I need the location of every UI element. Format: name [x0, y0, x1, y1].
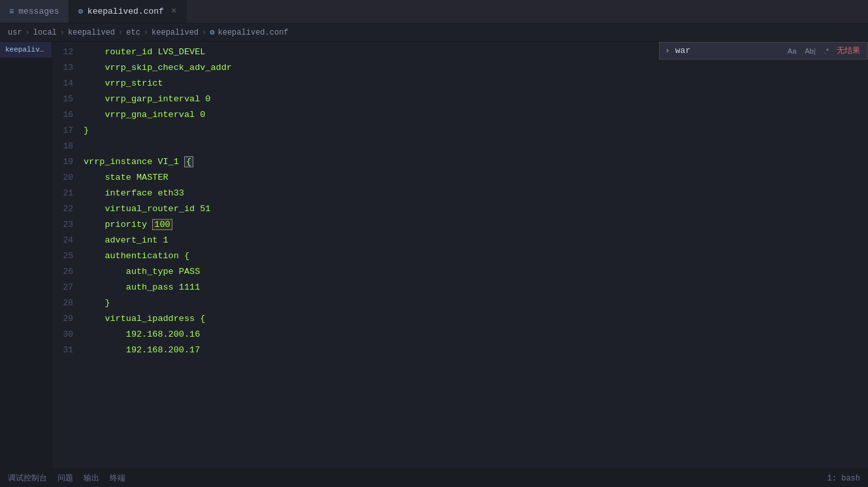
- match-whole-word-button[interactable]: Ab|: [802, 46, 818, 56]
- bottom-problems[interactable]: 问题: [57, 473, 73, 484]
- editor: › Aa Ab| .* 无结果 12 router_id LVS_DEVEL 1…: [52, 42, 868, 469]
- breadcrumb-local[interactable]: local: [33, 28, 57, 37]
- line-num-21: 21: [52, 186, 84, 201]
- code-line-13: 13 vrrp_skip_check_adv_addr: [52, 60, 868, 76]
- bottom-debug-console[interactable]: 调试控制台: [8, 473, 47, 484]
- breadcrumb-usr[interactable]: usr: [8, 28, 22, 37]
- bottom-bar: 调试控制台 问题 输出 终端 1: bash: [0, 469, 868, 487]
- tab-messages[interactable]: ≡ messages: [0, 0, 69, 23]
- line-num-30: 30: [52, 327, 84, 343]
- code-line-27: 27 auth_pass 1111: [52, 280, 868, 295]
- line-content-22: virtual_router_id 51: [84, 201, 868, 217]
- messages-icon: ≡: [9, 7, 14, 16]
- line-content-31: 192.168.200.17: [84, 343, 868, 358]
- line-num-19: 19: [52, 154, 84, 170]
- line-content-13: vrrp_skip_check_adv_addr: [84, 60, 868, 76]
- sidebar: keepalived/e...: [0, 42, 52, 469]
- line-num-22: 22: [52, 201, 84, 217]
- line-num-28: 28: [52, 295, 84, 311]
- match-case-button[interactable]: Aa: [785, 46, 799, 56]
- bottom-output[interactable]: 输出: [84, 473, 99, 484]
- line-content-23: priority 100: [84, 217, 868, 233]
- breadcrumb: usr › local › keepalived › etc › keepali…: [0, 24, 868, 42]
- code-line-30: 30 192.168.200.16: [52, 327, 868, 343]
- line-content-28: }: [84, 295, 868, 311]
- search-input[interactable]: [675, 46, 780, 56]
- no-result-label: 无结果: [837, 45, 860, 56]
- code-scroll[interactable]: 12 router_id LVS_DEVEL 13 vrrp_skip_chec…: [52, 42, 868, 469]
- breadcrumb-gear-icon: ⚙: [210, 27, 214, 37]
- code-line-25: 25 authentication {: [52, 248, 868, 264]
- line-num-29: 29: [52, 311, 84, 327]
- line-content-17: }: [84, 123, 868, 139]
- line-num-15: 15: [52, 92, 84, 107]
- code-line-23: 23 priority 100: [52, 217, 868, 233]
- line-content-16: vrrp_gna_interval 0: [84, 107, 868, 123]
- breadcrumb-file[interactable]: keepalived.conf: [218, 28, 289, 37]
- breadcrumb-keepalived1[interactable]: keepalived: [68, 28, 115, 37]
- sep3: ›: [118, 28, 123, 37]
- breadcrumb-keepalived2[interactable]: keepalived: [152, 28, 199, 37]
- code-line-19: 19 vrrp_instance VI_1 {: [52, 154, 868, 170]
- line-num-26: 26: [52, 264, 84, 280]
- main-area: keepalived/e... › Aa Ab| .* 无结果 12 route…: [0, 42, 868, 469]
- sep1: ›: [25, 28, 30, 37]
- code-line-14: 14 vrrp_strict: [52, 76, 868, 92]
- code-line-24: 24 advert_int 1: [52, 233, 868, 248]
- bottom-terminal[interactable]: 终端: [110, 473, 125, 484]
- code-line-31: 31 192.168.200.17: [52, 343, 868, 358]
- tab-bar: ≡ messages ⚙ keepalived.conf ×: [0, 0, 868, 24]
- gear-icon: ⚙: [78, 7, 83, 16]
- line-content-15: vrrp_garp_interval 0: [84, 92, 868, 107]
- tab-keepalived-conf-label: keepalived.conf: [88, 7, 164, 16]
- line-content-18: [84, 139, 868, 154]
- tab-close-button[interactable]: ×: [171, 6, 176, 16]
- code-line-22: 22 virtual_router_id 51: [52, 201, 868, 217]
- sep2: ›: [60, 28, 65, 37]
- code-line-28: 28 }: [52, 295, 868, 311]
- tab-keepalived-conf[interactable]: ⚙ keepalived.conf ×: [69, 0, 187, 23]
- line-content-14: vrrp_strict: [84, 76, 868, 92]
- sep4: ›: [144, 28, 148, 37]
- search-box: › Aa Ab| .* 无结果: [659, 42, 868, 59]
- sidebar-item-keepalived[interactable]: keepalived/e...: [0, 42, 52, 58]
- code-line-15: 15 vrrp_garp_interval 0: [52, 92, 868, 107]
- line-num-20: 20: [52, 170, 84, 186]
- line-num-25: 25: [52, 248, 84, 264]
- code-line-20: 20 state MASTER: [52, 170, 868, 186]
- line-content-24: advert_int 1: [84, 233, 868, 248]
- bottom-shell-label: 1: bash: [828, 474, 860, 483]
- code-line-17: 17 }: [52, 123, 868, 139]
- code-line-29: 29 virtual_ipaddress {: [52, 311, 868, 327]
- line-num-23: 23: [52, 217, 84, 233]
- line-content-21: interface eth33: [84, 186, 868, 201]
- line-num-14: 14: [52, 76, 84, 92]
- line-content-27: auth_pass 1111: [84, 280, 868, 295]
- code-line-16: 16 vrrp_gna_interval 0: [52, 107, 868, 123]
- code-line-21: 21 interface eth33: [52, 186, 868, 201]
- line-num-16: 16: [52, 107, 84, 123]
- code-line-18: 18: [52, 139, 868, 154]
- line-num-27: 27: [52, 280, 84, 295]
- line-num-12: 12: [52, 44, 84, 60]
- line-content-25: authentication {: [84, 248, 868, 264]
- sep5: ›: [202, 28, 206, 37]
- line-num-24: 24: [52, 233, 84, 248]
- line-content-26: auth_type PASS: [84, 264, 868, 280]
- line-content-20: state MASTER: [84, 170, 868, 186]
- use-regex-button[interactable]: .*: [822, 46, 831, 56]
- line-num-17: 17: [52, 123, 84, 139]
- line-content-29: virtual_ipaddress {: [84, 311, 868, 327]
- search-chevron-icon: ›: [665, 46, 670, 56]
- code-line-26: 26 auth_type PASS: [52, 264, 868, 280]
- line-num-13: 13: [52, 60, 84, 76]
- line-num-18: 18: [52, 139, 84, 154]
- line-content-30: 192.168.200.16: [84, 327, 868, 343]
- line-num-31: 31: [52, 343, 84, 358]
- line-content-19: vrrp_instance VI_1 {: [84, 154, 868, 170]
- breadcrumb-etc[interactable]: etc: [126, 28, 140, 37]
- tab-messages-label: messages: [18, 7, 59, 16]
- search-options: Aa Ab| .*: [785, 46, 831, 56]
